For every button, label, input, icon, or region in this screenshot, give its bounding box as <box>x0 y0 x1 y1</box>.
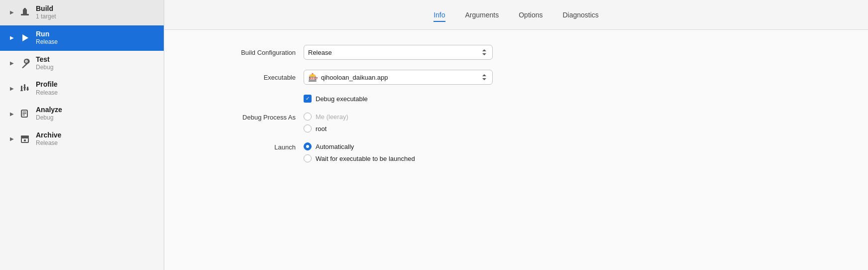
play-icon <box>18 31 32 45</box>
svg-rect-12 <box>22 112 26 113</box>
svg-rect-13 <box>22 113 26 114</box>
debug-exec-control: ✓ Debug executable <box>304 95 838 103</box>
debug-process-row: Debug Process As Me (leeray) root <box>194 113 838 133</box>
wrench-icon <box>18 56 32 70</box>
hammer-icon <box>18 5 32 19</box>
tab-info[interactable]: Info <box>434 9 445 21</box>
debug-process-label: Debug Process As <box>194 113 304 121</box>
debug-process-me-radio[interactable] <box>304 113 312 121</box>
debug-exec-checkbox[interactable]: ✓ <box>304 95 312 103</box>
launch-auto-radio[interactable] <box>304 142 312 150</box>
debug-process-me-row: Me (leeray) <box>304 113 348 121</box>
build-config-value: Release <box>308 49 332 56</box>
debug-process-root-label: root <box>316 125 326 133</box>
svg-marker-3 <box>22 34 28 41</box>
executable-control: 🎰 qihooloan_daikuan.app <box>304 70 838 85</box>
sidebar-item-archive[interactable]: ▶ Archive Release <box>0 127 164 152</box>
build-config-control: Release <box>304 45 838 60</box>
chevron-archive-icon: ▶ <box>8 135 16 143</box>
sidebar-item-profile[interactable]: ▶ Profile Release <box>0 76 164 101</box>
launch-auto-label: Automatically <box>316 143 354 150</box>
executable-emoji: 🎰 <box>308 73 318 82</box>
launch-control: Automatically Wait for executable to be … <box>304 142 838 162</box>
tab-arguments[interactable]: Arguments <box>465 9 499 21</box>
debug-exec-checkbox-row: ✓ Debug executable <box>304 95 368 103</box>
debug-exec-row: ✓ Debug executable <box>194 95 838 103</box>
launch-auto-row: Automatically <box>304 142 415 150</box>
sidebar-item-build[interactable]: ▶ Build 1 target <box>0 0 164 25</box>
equalizer-icon <box>18 81 32 95</box>
sidebar-test-title: Test <box>36 55 53 64</box>
sidebar-build-subtitle: 1 target <box>36 13 56 21</box>
chevron-profile-icon: ▶ <box>8 84 16 92</box>
sidebar-profile-title: Profile <box>36 80 58 89</box>
launch-label: Launch <box>194 142 304 151</box>
debug-process-me-label: Me (leeray) <box>316 113 348 121</box>
launch-wait-radio[interactable] <box>304 154 312 162</box>
svg-rect-9 <box>23 87 26 88</box>
sidebar-analyze-subtitle: Debug <box>36 114 62 122</box>
sidebar-build-title: Build <box>36 4 56 13</box>
select-stepper-icon <box>480 47 488 57</box>
sidebar: ▶ Build 1 target ▶ Run Release ▶ <box>0 0 164 270</box>
magnify-icon <box>18 107 32 121</box>
debug-process-radio-group: Me (leeray) root <box>304 113 348 133</box>
sidebar-item-analyze[interactable]: ▶ Analyze Debug <box>0 101 164 127</box>
chevron-analyze-icon: ▶ <box>8 110 16 118</box>
sidebar-item-test[interactable]: ▶ Test Debug <box>0 51 164 76</box>
sidebar-profile-text: Profile Release <box>36 80 58 97</box>
sidebar-archive-text: Archive Release <box>36 131 61 147</box>
sidebar-build-text: Build 1 target <box>36 4 56 21</box>
settings-area: Build Configuration Release Executable <box>164 30 868 270</box>
launch-row: Launch Automatically Wait for executable… <box>194 142 838 162</box>
svg-rect-8 <box>20 90 23 91</box>
checkmark-icon: ✓ <box>306 96 310 101</box>
build-config-label: Build Configuration <box>194 49 304 56</box>
sidebar-test-text: Test Debug <box>36 55 53 72</box>
sidebar-test-subtitle: Debug <box>36 64 53 72</box>
chevron-run-icon: ▶ <box>8 34 16 42</box>
sidebar-analyze-title: Analyze <box>36 105 62 114</box>
chevron-icon: ▶ <box>8 8 16 16</box>
chevron-test-icon: ▶ <box>8 59 16 67</box>
svg-rect-10 <box>26 89 29 90</box>
sidebar-profile-subtitle: Release <box>36 89 58 97</box>
executable-stepper-icon <box>480 72 488 82</box>
svg-rect-5 <box>21 86 22 91</box>
tabs-bar: Info Arguments Options Diagnostics <box>164 0 868 30</box>
executable-select[interactable]: 🎰 qihooloan_daikuan.app <box>304 70 493 85</box>
debug-exec-checkbox-label: Debug executable <box>316 95 368 103</box>
svg-rect-2 <box>24 8 26 10</box>
svg-rect-14 <box>22 115 25 116</box>
sidebar-run-subtitle: Release <box>36 38 58 46</box>
executable-label: Executable <box>194 74 304 81</box>
debug-process-root-radio[interactable] <box>304 125 312 133</box>
sidebar-archive-title: Archive <box>36 131 61 139</box>
launch-wait-row: Wait for executable to be launched <box>304 154 415 162</box>
tab-diagnostics[interactable]: Diagnostics <box>562 9 598 21</box>
archive-icon <box>18 132 32 146</box>
sidebar-analyze-text: Analyze Debug <box>36 105 62 122</box>
svg-point-4 <box>25 60 28 63</box>
launch-wait-label: Wait for executable to be launched <box>316 155 415 162</box>
sidebar-item-run[interactable]: ▶ Run Release <box>0 25 164 51</box>
executable-row: Executable 🎰 qihooloan_daikuan.app <box>194 70 838 85</box>
main-content: Info Arguments Options Diagnostics Build… <box>164 0 868 270</box>
sidebar-run-text: Run Release <box>36 29 58 46</box>
debug-process-control: Me (leeray) root <box>304 113 838 133</box>
sidebar-run-title: Run <box>36 29 58 38</box>
launch-radio-group: Automatically Wait for executable to be … <box>304 142 415 162</box>
debug-process-root-row: root <box>304 125 348 133</box>
build-config-select[interactable]: Release <box>304 45 493 60</box>
build-config-row: Build Configuration Release <box>194 45 838 60</box>
tab-options[interactable]: Options <box>519 9 542 21</box>
sidebar-archive-subtitle: Release <box>36 139 61 147</box>
executable-value: qihooloan_daikuan.app <box>321 74 388 81</box>
